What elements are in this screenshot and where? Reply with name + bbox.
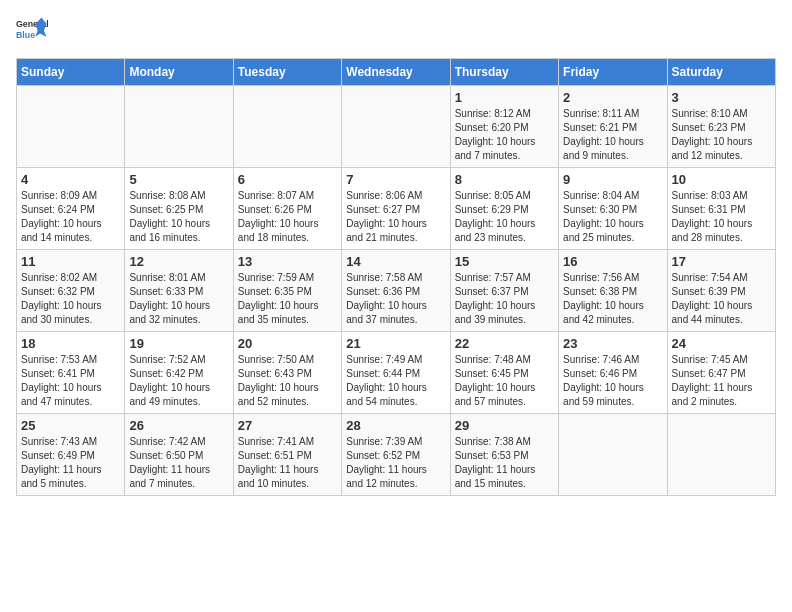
day-info: Sunrise: 8:10 AM Sunset: 6:23 PM Dayligh… bbox=[672, 107, 771, 163]
day-number: 17 bbox=[672, 254, 771, 269]
day-number: 14 bbox=[346, 254, 445, 269]
calendar-cell: 8Sunrise: 8:05 AM Sunset: 6:29 PM Daylig… bbox=[450, 168, 558, 250]
calendar-cell: 15Sunrise: 7:57 AM Sunset: 6:37 PM Dayli… bbox=[450, 250, 558, 332]
day-number: 29 bbox=[455, 418, 554, 433]
calendar-cell bbox=[342, 86, 450, 168]
day-number: 20 bbox=[238, 336, 337, 351]
day-info: Sunrise: 8:11 AM Sunset: 6:21 PM Dayligh… bbox=[563, 107, 662, 163]
day-number: 18 bbox=[21, 336, 120, 351]
day-number: 10 bbox=[672, 172, 771, 187]
day-info: Sunrise: 7:56 AM Sunset: 6:38 PM Dayligh… bbox=[563, 271, 662, 327]
calendar-cell: 24Sunrise: 7:45 AM Sunset: 6:47 PM Dayli… bbox=[667, 332, 775, 414]
day-number: 22 bbox=[455, 336, 554, 351]
calendar-week-row: 18Sunrise: 7:53 AM Sunset: 6:41 PM Dayli… bbox=[17, 332, 776, 414]
day-info: Sunrise: 7:54 AM Sunset: 6:39 PM Dayligh… bbox=[672, 271, 771, 327]
day-info: Sunrise: 7:58 AM Sunset: 6:36 PM Dayligh… bbox=[346, 271, 445, 327]
calendar-cell: 22Sunrise: 7:48 AM Sunset: 6:45 PM Dayli… bbox=[450, 332, 558, 414]
day-info: Sunrise: 7:39 AM Sunset: 6:52 PM Dayligh… bbox=[346, 435, 445, 491]
calendar-cell: 19Sunrise: 7:52 AM Sunset: 6:42 PM Dayli… bbox=[125, 332, 233, 414]
day-info: Sunrise: 7:49 AM Sunset: 6:44 PM Dayligh… bbox=[346, 353, 445, 409]
day-number: 1 bbox=[455, 90, 554, 105]
calendar-cell: 26Sunrise: 7:42 AM Sunset: 6:50 PM Dayli… bbox=[125, 414, 233, 496]
calendar-cell bbox=[233, 86, 341, 168]
calendar-cell: 21Sunrise: 7:49 AM Sunset: 6:44 PM Dayli… bbox=[342, 332, 450, 414]
calendar-cell: 13Sunrise: 7:59 AM Sunset: 6:35 PM Dayli… bbox=[233, 250, 341, 332]
day-info: Sunrise: 8:03 AM Sunset: 6:31 PM Dayligh… bbox=[672, 189, 771, 245]
day-info: Sunrise: 7:57 AM Sunset: 6:37 PM Dayligh… bbox=[455, 271, 554, 327]
calendar-cell bbox=[667, 414, 775, 496]
calendar-cell: 23Sunrise: 7:46 AM Sunset: 6:46 PM Dayli… bbox=[559, 332, 667, 414]
day-info: Sunrise: 8:12 AM Sunset: 6:20 PM Dayligh… bbox=[455, 107, 554, 163]
day-number: 7 bbox=[346, 172, 445, 187]
day-info: Sunrise: 8:01 AM Sunset: 6:33 PM Dayligh… bbox=[129, 271, 228, 327]
calendar-cell: 11Sunrise: 8:02 AM Sunset: 6:32 PM Dayli… bbox=[17, 250, 125, 332]
day-info: Sunrise: 7:59 AM Sunset: 6:35 PM Dayligh… bbox=[238, 271, 337, 327]
column-header-saturday: Saturday bbox=[667, 59, 775, 86]
calendar-cell: 29Sunrise: 7:38 AM Sunset: 6:53 PM Dayli… bbox=[450, 414, 558, 496]
calendar-cell: 25Sunrise: 7:43 AM Sunset: 6:49 PM Dayli… bbox=[17, 414, 125, 496]
day-number: 28 bbox=[346, 418, 445, 433]
calendar-cell bbox=[125, 86, 233, 168]
day-info: Sunrise: 7:42 AM Sunset: 6:50 PM Dayligh… bbox=[129, 435, 228, 491]
day-number: 13 bbox=[238, 254, 337, 269]
svg-text:Blue: Blue bbox=[16, 30, 35, 40]
day-info: Sunrise: 8:04 AM Sunset: 6:30 PM Dayligh… bbox=[563, 189, 662, 245]
calendar-week-row: 4Sunrise: 8:09 AM Sunset: 6:24 PM Daylig… bbox=[17, 168, 776, 250]
day-number: 11 bbox=[21, 254, 120, 269]
calendar-cell: 14Sunrise: 7:58 AM Sunset: 6:36 PM Dayli… bbox=[342, 250, 450, 332]
day-info: Sunrise: 7:53 AM Sunset: 6:41 PM Dayligh… bbox=[21, 353, 120, 409]
calendar-week-row: 25Sunrise: 7:43 AM Sunset: 6:49 PM Dayli… bbox=[17, 414, 776, 496]
day-info: Sunrise: 8:08 AM Sunset: 6:25 PM Dayligh… bbox=[129, 189, 228, 245]
calendar-cell: 12Sunrise: 8:01 AM Sunset: 6:33 PM Dayli… bbox=[125, 250, 233, 332]
day-number: 15 bbox=[455, 254, 554, 269]
logo: General Blue bbox=[16, 16, 48, 48]
day-number: 3 bbox=[672, 90, 771, 105]
day-number: 4 bbox=[21, 172, 120, 187]
day-info: Sunrise: 7:38 AM Sunset: 6:53 PM Dayligh… bbox=[455, 435, 554, 491]
calendar-cell: 16Sunrise: 7:56 AM Sunset: 6:38 PM Dayli… bbox=[559, 250, 667, 332]
day-number: 24 bbox=[672, 336, 771, 351]
calendar-week-row: 11Sunrise: 8:02 AM Sunset: 6:32 PM Dayli… bbox=[17, 250, 776, 332]
day-info: Sunrise: 7:50 AM Sunset: 6:43 PM Dayligh… bbox=[238, 353, 337, 409]
calendar-cell: 9Sunrise: 8:04 AM Sunset: 6:30 PM Daylig… bbox=[559, 168, 667, 250]
column-header-sunday: Sunday bbox=[17, 59, 125, 86]
calendar-cell: 3Sunrise: 8:10 AM Sunset: 6:23 PM Daylig… bbox=[667, 86, 775, 168]
day-info: Sunrise: 8:05 AM Sunset: 6:29 PM Dayligh… bbox=[455, 189, 554, 245]
day-number: 5 bbox=[129, 172, 228, 187]
calendar-cell bbox=[17, 86, 125, 168]
calendar-cell bbox=[559, 414, 667, 496]
day-number: 26 bbox=[129, 418, 228, 433]
calendar-week-row: 1Sunrise: 8:12 AM Sunset: 6:20 PM Daylig… bbox=[17, 86, 776, 168]
column-header-friday: Friday bbox=[559, 59, 667, 86]
column-header-thursday: Thursday bbox=[450, 59, 558, 86]
calendar-cell: 27Sunrise: 7:41 AM Sunset: 6:51 PM Dayli… bbox=[233, 414, 341, 496]
calendar-cell: 1Sunrise: 8:12 AM Sunset: 6:20 PM Daylig… bbox=[450, 86, 558, 168]
day-info: Sunrise: 7:41 AM Sunset: 6:51 PM Dayligh… bbox=[238, 435, 337, 491]
calendar-cell: 10Sunrise: 8:03 AM Sunset: 6:31 PM Dayli… bbox=[667, 168, 775, 250]
day-info: Sunrise: 8:09 AM Sunset: 6:24 PM Dayligh… bbox=[21, 189, 120, 245]
day-number: 2 bbox=[563, 90, 662, 105]
column-header-wednesday: Wednesday bbox=[342, 59, 450, 86]
day-number: 9 bbox=[563, 172, 662, 187]
day-info: Sunrise: 8:07 AM Sunset: 6:26 PM Dayligh… bbox=[238, 189, 337, 245]
calendar-cell: 18Sunrise: 7:53 AM Sunset: 6:41 PM Dayli… bbox=[17, 332, 125, 414]
calendar-cell: 6Sunrise: 8:07 AM Sunset: 6:26 PM Daylig… bbox=[233, 168, 341, 250]
column-header-tuesday: Tuesday bbox=[233, 59, 341, 86]
calendar-cell: 7Sunrise: 8:06 AM Sunset: 6:27 PM Daylig… bbox=[342, 168, 450, 250]
day-info: Sunrise: 7:43 AM Sunset: 6:49 PM Dayligh… bbox=[21, 435, 120, 491]
calendar-cell: 5Sunrise: 8:08 AM Sunset: 6:25 PM Daylig… bbox=[125, 168, 233, 250]
day-info: Sunrise: 7:48 AM Sunset: 6:45 PM Dayligh… bbox=[455, 353, 554, 409]
day-number: 25 bbox=[21, 418, 120, 433]
header: General Blue bbox=[16, 16, 776, 48]
calendar-cell: 4Sunrise: 8:09 AM Sunset: 6:24 PM Daylig… bbox=[17, 168, 125, 250]
calendar-cell: 17Sunrise: 7:54 AM Sunset: 6:39 PM Dayli… bbox=[667, 250, 775, 332]
day-number: 27 bbox=[238, 418, 337, 433]
day-number: 6 bbox=[238, 172, 337, 187]
calendar-table: SundayMondayTuesdayWednesdayThursdayFrid… bbox=[16, 58, 776, 496]
day-number: 23 bbox=[563, 336, 662, 351]
day-number: 12 bbox=[129, 254, 228, 269]
day-info: Sunrise: 7:45 AM Sunset: 6:47 PM Dayligh… bbox=[672, 353, 771, 409]
day-info: Sunrise: 7:52 AM Sunset: 6:42 PM Dayligh… bbox=[129, 353, 228, 409]
day-info: Sunrise: 8:06 AM Sunset: 6:27 PM Dayligh… bbox=[346, 189, 445, 245]
day-number: 8 bbox=[455, 172, 554, 187]
